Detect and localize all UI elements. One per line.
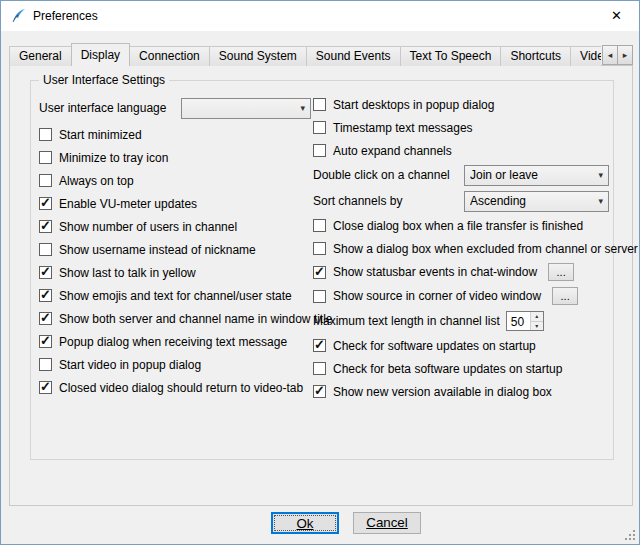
- statusbar-events-config-button[interactable]: ...: [548, 263, 574, 281]
- checkbox-box[interactable]: [313, 385, 326, 398]
- sort-channels-row: Sort channels by Ascending ▾: [313, 188, 609, 214]
- checkbox-statusbar-events[interactable]: Show statusbar events in chat-window ...: [313, 260, 609, 284]
- checkbox-video-popup[interactable]: Start video in popup dialog: [39, 353, 311, 376]
- tab-shortcuts[interactable]: Shortcuts: [500, 46, 571, 66]
- checkbox-desktops-popup[interactable]: Start desktops in popup dialog: [313, 93, 609, 116]
- checkbox-box[interactable]: [39, 128, 52, 141]
- checkbox-box[interactable]: [313, 339, 326, 352]
- checkbox-beta-updates[interactable]: Check for beta software updates on start…: [313, 357, 609, 380]
- chevron-down-icon: ▾: [596, 196, 605, 206]
- checkbox-new-version-dialog[interactable]: Show new version available in dialog box: [313, 380, 609, 403]
- language-row: User interface language ▾: [39, 95, 311, 121]
- checkbox-start-minimized[interactable]: Start minimized: [39, 123, 311, 146]
- checkbox-excluded-dialog[interactable]: Show a dialog box when excluded from cha…: [313, 237, 609, 260]
- checkbox-label: Show number of users in channel: [59, 220, 237, 234]
- checkbox-label: Show statusbar events in chat-window: [333, 265, 537, 279]
- checkbox-label: Show new version available in dialog box: [333, 385, 552, 399]
- checkbox-box[interactable]: [313, 290, 326, 303]
- max-text-length-spinner[interactable]: 50 ▴ ▾: [506, 311, 544, 331]
- checkbox-close-on-transfer[interactable]: Close dialog box when a file transfer is…: [313, 214, 609, 237]
- checkbox-box[interactable]: [39, 289, 52, 302]
- checkbox-popup-text-message[interactable]: Popup dialog when receiving text message: [39, 330, 311, 353]
- language-select[interactable]: ▾: [181, 98, 311, 119]
- title-bar[interactable]: Preferences ✕: [1, 1, 639, 31]
- checkbox-box[interactable]: [313, 219, 326, 232]
- sort-channels-value: Ascending: [470, 194, 596, 208]
- group-user-interface-settings: User Interface Settings User interface l…: [30, 80, 614, 460]
- checkbox-box[interactable]: [313, 121, 326, 134]
- checkbox-server-channel-in-title[interactable]: Show both server and channel name in win…: [39, 307, 311, 330]
- language-label: User interface language: [39, 101, 181, 115]
- tab-sound-events[interactable]: Sound Events: [306, 46, 401, 66]
- checkbox-label: Timestamp text messages: [333, 121, 473, 135]
- spinner-buttons: ▴ ▾: [530, 312, 543, 330]
- tab-video[interactable]: Video: [570, 46, 601, 66]
- checkbox-vu-meter-updates[interactable]: Enable VU-meter updates: [39, 192, 311, 215]
- app-icon: [10, 8, 26, 24]
- tab-display[interactable]: Display: [71, 43, 130, 66]
- checkbox-box[interactable]: [39, 220, 52, 233]
- checkbox-label: Closed video dialog should return to vid…: [59, 381, 303, 395]
- checkbox-timestamp-messages[interactable]: Timestamp text messages: [313, 116, 609, 139]
- tab-text-to-speech[interactable]: Text To Speech: [400, 46, 502, 66]
- chevron-down-icon: ▾: [596, 170, 605, 180]
- checkbox-box[interactable]: [313, 98, 326, 111]
- close-button[interactable]: ✕: [594, 1, 639, 30]
- checkbox-last-talk-yellow[interactable]: Show last to talk in yellow: [39, 261, 311, 284]
- checkbox-show-username[interactable]: Show username instead of nickname: [39, 238, 311, 261]
- checkbox-box[interactable]: [39, 151, 52, 164]
- checkbox-label: Show both server and channel name in win…: [59, 312, 333, 326]
- cancel-button-label: Cancel: [366, 515, 408, 530]
- checkbox-box[interactable]: [39, 381, 52, 394]
- checkbox-box[interactable]: [313, 362, 326, 375]
- tab-general[interactable]: General: [9, 46, 72, 66]
- checkbox-video-return-tab[interactable]: Closed video dialog should return to vid…: [39, 376, 311, 399]
- video-source-config-button[interactable]: ...: [552, 287, 578, 305]
- checkbox-label: Start video in popup dialog: [59, 358, 201, 372]
- close-icon: ✕: [611, 8, 622, 23]
- checkbox-show-emojis[interactable]: Show emojis and text for channel/user st…: [39, 284, 311, 307]
- checkbox-box[interactable]: [39, 358, 52, 371]
- max-text-length-value: 50: [507, 312, 530, 330]
- checkbox-box[interactable]: [313, 266, 326, 279]
- spin-down-icon[interactable]: ▾: [531, 322, 543, 331]
- checkbox-show-user-count[interactable]: Show number of users in channel: [39, 215, 311, 238]
- checkbox-auto-expand-channels[interactable]: Auto expand channels: [313, 139, 609, 162]
- tab-panel: User Interface Settings User interface l…: [9, 65, 633, 506]
- preferences-dialog: Preferences ✕ General Display Connection…: [0, 0, 640, 545]
- tab-sound-system[interactable]: Sound System: [209, 46, 307, 66]
- checkbox-label: Auto expand channels: [333, 144, 452, 158]
- tab-connection[interactable]: Connection: [129, 46, 210, 66]
- checkbox-box[interactable]: [39, 335, 52, 348]
- checkbox-box[interactable]: [39, 312, 52, 325]
- resize-grip[interactable]: [623, 528, 636, 541]
- checkbox-box[interactable]: [39, 197, 52, 210]
- checkbox-box[interactable]: [39, 243, 52, 256]
- checkbox-always-on-top[interactable]: Always on top: [39, 169, 311, 192]
- tab-scroll-left-icon[interactable]: ◂: [602, 45, 618, 65]
- max-text-length-row: Maximum text length in channel list 50 ▴…: [313, 308, 609, 334]
- cancel-button[interactable]: Cancel: [353, 512, 421, 534]
- checkbox-minimize-to-tray[interactable]: Minimize to tray icon: [39, 146, 311, 169]
- spin-up-icon[interactable]: ▴: [531, 312, 543, 322]
- tab-scroll-right-icon[interactable]: ▸: [617, 45, 633, 65]
- left-column: User interface language ▾ Start minimize…: [39, 95, 311, 399]
- checkbox-label: Show last to talk in yellow: [59, 266, 196, 280]
- checkbox-label: Close dialog box when a file transfer is…: [333, 219, 583, 233]
- checkbox-video-source-corner[interactable]: Show source in corner of video window ..…: [313, 284, 609, 308]
- double-click-row: Double click on a channel Join or leave …: [313, 162, 609, 188]
- max-text-length-label: Maximum text length in channel list: [313, 314, 500, 328]
- sort-channels-select[interactable]: Ascending ▾: [464, 191, 609, 212]
- sort-channels-label: Sort channels by: [313, 194, 464, 208]
- checkbox-label: Show emojis and text for channel/user st…: [59, 289, 292, 303]
- checkbox-box[interactable]: [39, 266, 52, 279]
- double-click-select[interactable]: Join or leave ▾: [464, 165, 609, 186]
- checkbox-label: Minimize to tray icon: [59, 151, 168, 165]
- checkbox-box[interactable]: [313, 242, 326, 255]
- checkbox-check-updates[interactable]: Check for software updates on startup: [313, 334, 609, 357]
- checkbox-box[interactable]: [39, 174, 52, 187]
- checkbox-label: Start minimized: [59, 128, 142, 142]
- ok-button[interactable]: Ok: [271, 512, 339, 534]
- checkbox-box[interactable]: [313, 144, 326, 157]
- double-click-value: Join or leave: [470, 168, 596, 182]
